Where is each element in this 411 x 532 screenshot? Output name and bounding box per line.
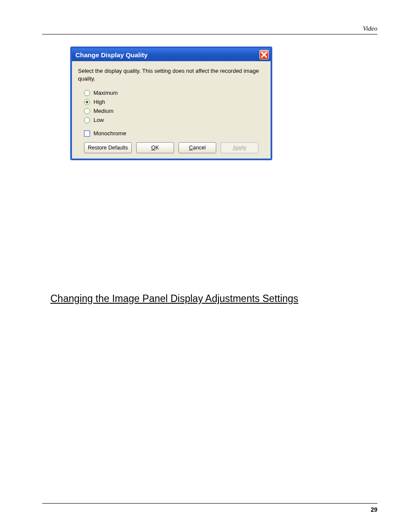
apply-button: Apply: [221, 142, 258, 153]
cancel-button[interactable]: Cancel: [178, 142, 216, 153]
button-row: Restore Defaults OK Cancel Apply: [78, 138, 265, 153]
radio-label: Medium: [93, 108, 113, 114]
titlebar: Change Display Quality: [72, 48, 271, 61]
radio-icon: [84, 99, 90, 105]
page-number: 29: [371, 506, 377, 513]
button-label: Restore Defaults: [88, 145, 128, 151]
checkbox-icon: [84, 131, 90, 137]
dialog-figure: Change Display Quality Select the displa…: [70, 47, 272, 160]
radio-medium[interactable]: Medium: [78, 106, 265, 115]
dialog-window: Change Display Quality Select the displa…: [70, 47, 272, 160]
button-label: Apply: [233, 145, 246, 151]
radio-label: Low: [93, 117, 104, 123]
dialog-body: Select the display quality. This setting…: [72, 61, 271, 159]
page-header-section: Video: [363, 25, 377, 32]
button-label: Cancel: [189, 145, 206, 151]
section-heading: Changing the Image Panel Display Adjustm…: [50, 293, 298, 305]
close-icon: [261, 52, 267, 58]
radio-maximum[interactable]: Maximum: [78, 88, 265, 97]
page-header: Video: [42, 25, 377, 34]
checkbox-label: Monochrome: [93, 130, 126, 137]
titlebar-text: Change Display Quality: [75, 51, 148, 59]
radio-label: High: [93, 99, 105, 105]
close-button[interactable]: [259, 50, 269, 59]
dialog-instruction: Select the display quality. This setting…: [78, 67, 265, 82]
radio-icon: [84, 117, 90, 123]
button-label: OK: [151, 145, 159, 151]
radio-low[interactable]: Low: [78, 115, 265, 124]
radio-label: Maximum: [93, 90, 118, 96]
restore-defaults-button[interactable]: Restore Defaults: [84, 142, 132, 153]
radio-icon: [84, 108, 90, 114]
page-footer: 29: [42, 503, 377, 513]
radio-icon: [84, 90, 90, 96]
ok-button[interactable]: OK: [136, 142, 174, 153]
radio-high[interactable]: High: [78, 97, 265, 106]
checkbox-monochrome[interactable]: Monochrome: [78, 129, 265, 138]
